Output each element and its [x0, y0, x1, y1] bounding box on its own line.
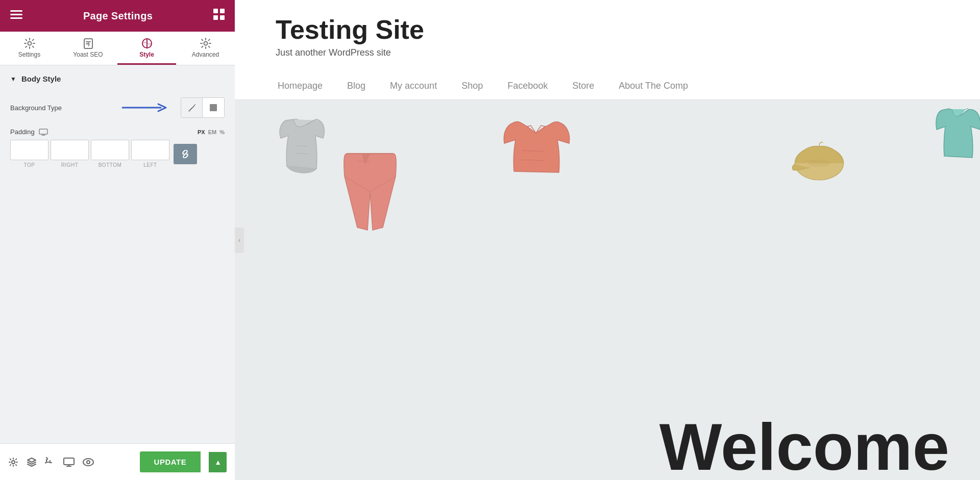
padding-unit-percent[interactable]: % [219, 129, 225, 135]
monitor-icon [39, 129, 48, 136]
panel-tabs: Settings Yoast SEO Style [0, 32, 235, 65]
svg-rect-13 [39, 129, 47, 134]
padding-right-label: RIGHT [61, 162, 79, 168]
svg-point-7 [28, 42, 31, 45]
nav-about[interactable]: About The Comp [606, 72, 700, 99]
section-body-style-header[interactable]: ▼ Body Style [0, 65, 235, 92]
svg-rect-6 [220, 15, 225, 20]
nav-facebook[interactable]: Facebook [495, 72, 560, 99]
padding-bottom-input[interactable] [91, 140, 129, 160]
panel-title: Page Settings [83, 10, 153, 22]
site-title: Testing Site [276, 15, 939, 44]
nav-my-account[interactable]: My account [378, 72, 449, 99]
padding-unit-px[interactable]: PX [198, 129, 205, 135]
pants-salmon [337, 151, 403, 233]
nav-shop[interactable]: Shop [449, 72, 495, 99]
toolbar-gear-icon[interactable] [8, 457, 18, 467]
padding-label-row: Padding PX EM % [10, 128, 225, 136]
svg-rect-3 [213, 9, 218, 13]
panel-toolbar: UPDATE ▲ [0, 443, 235, 480]
section-title: Body Style [21, 74, 61, 83]
advanced-icon [200, 38, 211, 49]
svg-rect-4 [220, 9, 225, 13]
padding-top-label: TOP [24, 162, 35, 168]
shirt-teal [934, 105, 980, 166]
update-button[interactable]: UPDATE [140, 451, 201, 472]
padding-text: Padding [10, 128, 35, 136]
tab-yoast-label: Yoast SEO [73, 51, 103, 58]
site-nav: Homepage Blog My account Shop Facebook S… [235, 72, 980, 100]
svg-point-10 [204, 42, 207, 45]
cap-yellow [791, 141, 847, 182]
collapse-handle[interactable]: ‹ [235, 228, 244, 253]
tab-style-label: Style [139, 51, 154, 58]
padding-left-wrap: LEFT [131, 140, 169, 168]
background-type-label: Background Type [10, 104, 181, 112]
gear-icon [24, 38, 35, 49]
svg-point-16 [83, 459, 93, 466]
padding-right-wrap: RIGHT [51, 140, 89, 168]
bg-type-square-btn[interactable] [203, 98, 224, 117]
grid-icon[interactable] [213, 9, 225, 23]
welcome-text: Welcome [659, 414, 949, 480]
svg-rect-0 [10, 10, 22, 12]
padding-bottom-label: BOTTOM [99, 162, 122, 168]
padding-label: Padding [10, 128, 48, 136]
padding-inputs: TOP RIGHT BOTTOM LEFT [10, 140, 225, 168]
tab-yoast[interactable]: Yoast SEO [59, 32, 117, 65]
bg-type-brush-btn[interactable] [181, 98, 203, 117]
background-type-buttons [181, 97, 225, 118]
padding-unit-em[interactable]: EM [208, 129, 217, 135]
toolbar-layers-icon[interactable] [27, 457, 37, 467]
link-icon [181, 150, 189, 158]
shirt-gray [276, 115, 337, 182]
svg-rect-1 [10, 14, 22, 15]
svg-rect-12 [210, 104, 217, 111]
tab-settings[interactable]: Settings [0, 32, 59, 65]
nav-store[interactable]: Store [560, 72, 606, 99]
tab-advanced-label: Advanced [192, 51, 219, 58]
panel-header: Page Settings [0, 0, 235, 32]
update-dropdown-button[interactable]: ▲ [209, 452, 227, 472]
tab-advanced[interactable]: Advanced [176, 32, 235, 65]
section-collapse-arrow: ▼ [10, 75, 16, 83]
svg-rect-15 [64, 458, 74, 465]
tab-settings-label: Settings [18, 51, 40, 58]
toolbar-history-icon[interactable] [45, 457, 55, 467]
svg-point-17 [87, 461, 90, 464]
nav-homepage[interactable]: Homepage [265, 72, 335, 99]
svg-point-19 [808, 160, 830, 167]
nav-blog[interactable]: Blog [335, 72, 378, 99]
background-type-row: Background Type [10, 97, 225, 118]
padding-top-input[interactable] [10, 140, 48, 160]
hamburger-icon[interactable] [10, 9, 22, 22]
padding-right-input[interactable] [51, 140, 89, 160]
clothing-area: Welcome [235, 100, 980, 480]
padding-row: Padding PX EM % [10, 128, 225, 168]
padding-left-label: LEFT [143, 162, 157, 168]
svg-rect-2 [10, 17, 22, 19]
padding-top-wrap: TOP [10, 140, 48, 168]
svg-rect-5 [213, 15, 218, 20]
padding-bottom-wrap: BOTTOM [91, 140, 129, 168]
left-panel: Page Settings Settings [0, 0, 235, 480]
panel-content: ▼ Body Style Background Type [0, 65, 235, 443]
section-body: Background Type [0, 92, 235, 178]
shirt-orange [500, 115, 572, 182]
link-padding-btn[interactable] [174, 144, 197, 164]
site-content: Welcome [235, 100, 980, 480]
yoast-icon [83, 38, 94, 49]
padding-units: PX EM % [198, 129, 225, 135]
site-header: Testing Site Just another WordPress site [235, 0, 980, 72]
style-icon [141, 38, 153, 49]
toolbar-eye-icon[interactable] [83, 458, 94, 466]
padding-left-input[interactable] [131, 140, 169, 160]
tab-style[interactable]: Style [117, 32, 176, 65]
toolbar-monitor-icon[interactable] [63, 458, 75, 467]
svg-point-14 [12, 461, 15, 464]
site-tagline: Just another WordPress site [276, 47, 939, 58]
svg-point-11 [188, 110, 190, 112]
main-area: Testing Site Just another WordPress site… [235, 0, 980, 480]
